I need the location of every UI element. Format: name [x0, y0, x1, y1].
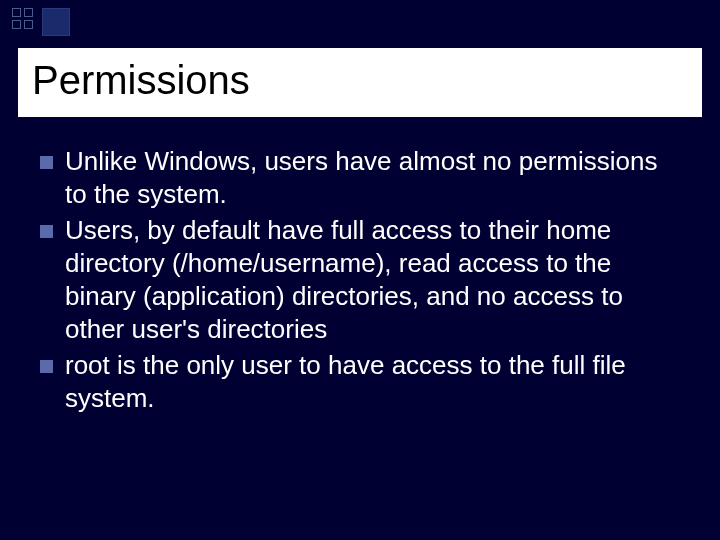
title-area: Permissions: [18, 48, 702, 117]
bullet-item: Users, by default have full access to th…: [40, 214, 680, 347]
bullet-square-icon: [40, 156, 53, 169]
bullet-text: Users, by default have full access to th…: [65, 214, 680, 347]
header-decoration-row2: [12, 20, 33, 29]
decor-square: [12, 8, 21, 17]
bullet-text: Unlike Windows, users have almost no per…: [65, 145, 680, 212]
bullet-item: Unlike Windows, users have almost no per…: [40, 145, 680, 212]
decor-square: [24, 8, 33, 17]
decor-square: [12, 20, 21, 29]
slide-container: Permissions Unlike Windows, users have a…: [0, 0, 720, 540]
slide-title: Permissions: [32, 58, 688, 103]
bullet-item: root is the only user to have access to …: [40, 349, 680, 416]
bullet-square-icon: [40, 225, 53, 238]
content-area: Unlike Windows, users have almost no per…: [40, 145, 680, 417]
bullet-square-icon: [40, 360, 53, 373]
bullet-text: root is the only user to have access to …: [65, 349, 680, 416]
decor-square: [24, 20, 33, 29]
decor-big-square: [42, 8, 70, 36]
header-decoration-row1: [12, 8, 33, 17]
